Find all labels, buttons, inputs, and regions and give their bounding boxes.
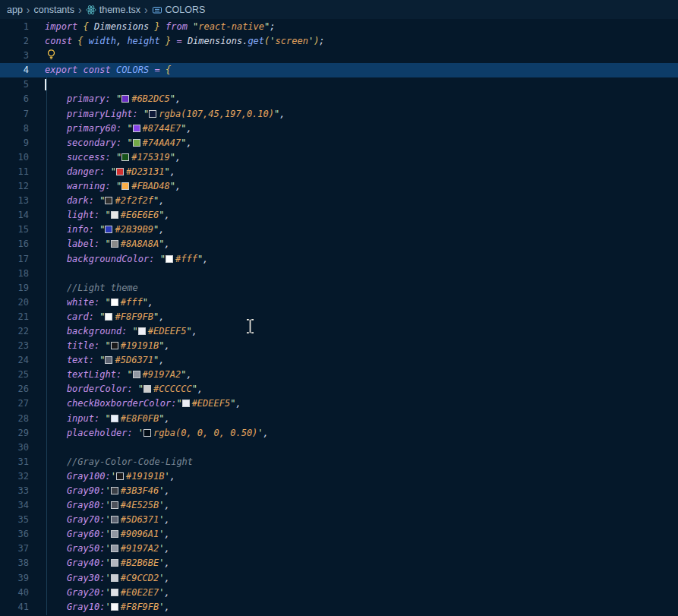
code-line-content[interactable]: Gray10:'#F8F9FB', bbox=[29, 600, 170, 614]
breadcrumb-item-app[interactable]: app bbox=[7, 5, 23, 15]
color-swatch[interactable] bbox=[143, 385, 151, 393]
line-number[interactable]: 8 bbox=[0, 122, 29, 136]
color-swatch[interactable] bbox=[143, 429, 151, 437]
color-swatch[interactable] bbox=[138, 327, 146, 335]
code-line-content[interactable]: info: "#2B39B9", bbox=[29, 223, 165, 237]
line-number[interactable]: 36 bbox=[0, 527, 29, 542]
code-line-content[interactable]: danger: "#D23131", bbox=[29, 165, 175, 179]
code-line-content[interactable]: borderColor: "#CCCCCC", bbox=[29, 382, 203, 396]
color-swatch[interactable] bbox=[149, 110, 156, 118]
code-line-content[interactable]: card: "#F8F9FB", bbox=[29, 310, 165, 324]
line-number[interactable]: 20 bbox=[0, 295, 29, 310]
color-swatch[interactable] bbox=[111, 574, 118, 582]
code-line-content[interactable]: Gray60:'#9096A1', bbox=[29, 527, 170, 542]
line-number[interactable]: 34 bbox=[0, 498, 29, 513]
line-number[interactable]: 27 bbox=[0, 396, 29, 411]
code-line-content[interactable]: //Gray-Color-Code-Light bbox=[29, 455, 193, 469]
line-number[interactable]: 41 bbox=[0, 600, 29, 614]
breadcrumb-item-theme-file[interactable]: theme.tsx bbox=[86, 5, 140, 15]
code-line-content[interactable]: Gray20:'#E0E2E7', bbox=[29, 586, 170, 600]
code-line-content[interactable]: Gray80:'#4E525B', bbox=[29, 498, 170, 513]
color-swatch[interactable] bbox=[116, 472, 124, 480]
line-number[interactable]: 25 bbox=[0, 368, 29, 382]
code-line-content[interactable]: primary60: "#8744E7", bbox=[29, 122, 192, 136]
code-line-content[interactable]: const { width, height } = Dimensions.get… bbox=[29, 34, 325, 49]
line-number[interactable]: 16 bbox=[0, 237, 29, 251]
code-line-content[interactable]: background: "#EDEEF5", bbox=[29, 324, 197, 339]
code-line-content[interactable] bbox=[29, 77, 46, 92]
code-line-content[interactable]: Gray90:'#3B3F46', bbox=[29, 484, 170, 498]
line-number[interactable]: 10 bbox=[0, 150, 29, 165]
color-swatch[interactable] bbox=[111, 559, 118, 567]
line-number[interactable]: 3 bbox=[0, 49, 29, 63]
color-swatch[interactable] bbox=[111, 240, 118, 248]
line-number[interactable]: 14 bbox=[0, 208, 29, 223]
breadcrumb-item-constants[interactable]: constants bbox=[34, 5, 75, 15]
code-line-content[interactable]: Gray30:'#C9CCD2', bbox=[29, 571, 170, 586]
color-swatch[interactable] bbox=[133, 371, 140, 378]
line-number[interactable]: 7 bbox=[0, 107, 29, 122]
code-line-content[interactable] bbox=[29, 267, 45, 281]
line-number[interactable]: 11 bbox=[0, 165, 29, 179]
line-number[interactable]: 35 bbox=[0, 513, 29, 527]
line-number[interactable]: 21 bbox=[0, 310, 29, 324]
line-number[interactable]: 12 bbox=[0, 179, 29, 194]
code-line-content[interactable]: primary: "#6B2DC5", bbox=[29, 92, 181, 106]
color-swatch[interactable] bbox=[182, 400, 190, 407]
line-number[interactable]: 17 bbox=[0, 252, 29, 267]
color-swatch[interactable] bbox=[105, 226, 112, 233]
line-number[interactable]: 39 bbox=[0, 571, 29, 586]
color-swatch[interactable] bbox=[111, 299, 118, 306]
line-number[interactable]: 1 bbox=[0, 20, 29, 34]
color-swatch[interactable] bbox=[111, 589, 118, 596]
color-swatch[interactable] bbox=[111, 501, 118, 509]
line-number[interactable]: 9 bbox=[0, 136, 29, 150]
line-number[interactable]: 32 bbox=[0, 469, 29, 484]
code-line-content[interactable]: textLight: "#9197A2", bbox=[29, 368, 192, 382]
code-line-content[interactable] bbox=[29, 49, 56, 63]
line-number[interactable]: 13 bbox=[0, 194, 29, 208]
line-number[interactable]: 33 bbox=[0, 484, 29, 498]
code-line-content[interactable] bbox=[29, 441, 45, 455]
color-swatch[interactable] bbox=[111, 516, 118, 523]
code-line-content[interactable]: import { Dimensions } from "react-native… bbox=[29, 20, 276, 34]
color-swatch[interactable] bbox=[111, 342, 118, 349]
color-swatch[interactable] bbox=[121, 153, 129, 161]
breadcrumb-item-colors-symbol[interactable]: COLORS bbox=[152, 5, 206, 15]
color-swatch[interactable] bbox=[111, 415, 118, 422]
line-number[interactable]: 40 bbox=[0, 586, 29, 600]
color-swatch[interactable] bbox=[166, 255, 173, 263]
code-line-content[interactable]: label: "#8A8A8A", bbox=[29, 237, 170, 251]
line-number[interactable]: 24 bbox=[0, 353, 29, 368]
code-line-content[interactable]: checkBoxborderColor:"#EDEEF5", bbox=[29, 396, 241, 411]
code-line-content[interactable]: title: "#19191B", bbox=[29, 339, 170, 353]
color-swatch[interactable] bbox=[111, 545, 118, 552]
code-line-content[interactable]: placeholder: 'rgba(0, 0, 0, 0.50)', bbox=[29, 426, 269, 441]
color-swatch[interactable] bbox=[121, 95, 129, 103]
line-number[interactable]: 28 bbox=[0, 412, 29, 426]
code-line-content[interactable]: text: "#5D6371", bbox=[29, 353, 165, 368]
code-line-content[interactable]: white: "#fff", bbox=[29, 295, 153, 310]
color-swatch[interactable] bbox=[105, 356, 112, 364]
code-line-content[interactable]: success: "#175319", bbox=[29, 150, 181, 165]
code-line-content[interactable]: warning: "#FBAD48", bbox=[29, 179, 181, 194]
line-number[interactable]: 4 bbox=[0, 63, 29, 77]
code-line-content[interactable]: Gray100:'#19191B', bbox=[29, 469, 175, 484]
line-number[interactable]: 37 bbox=[0, 542, 29, 556]
line-number[interactable]: 15 bbox=[0, 223, 29, 237]
code-line-content[interactable]: primaryLight: "rgba(107,45,197,0.10)", bbox=[29, 107, 285, 122]
code-line-content[interactable]: Gray70:'#5D6371', bbox=[29, 513, 170, 527]
line-number[interactable]: 2 bbox=[0, 34, 29, 49]
code-line-content[interactable]: //Light theme bbox=[29, 281, 138, 295]
color-swatch[interactable] bbox=[121, 182, 129, 190]
color-swatch[interactable] bbox=[133, 125, 140, 132]
line-number[interactable]: 23 bbox=[0, 339, 29, 353]
color-swatch[interactable] bbox=[133, 139, 140, 147]
color-swatch[interactable] bbox=[111, 487, 118, 494]
line-number[interactable]: 6 bbox=[0, 92, 29, 106]
code-line-content[interactable]: Gray40:'#B2B6BE', bbox=[29, 556, 170, 570]
code-line-content[interactable]: Gray50:'#9197A2', bbox=[29, 542, 170, 556]
line-number[interactable]: 19 bbox=[0, 281, 29, 295]
line-number[interactable]: 31 bbox=[0, 455, 29, 469]
line-number[interactable]: 18 bbox=[0, 267, 29, 281]
